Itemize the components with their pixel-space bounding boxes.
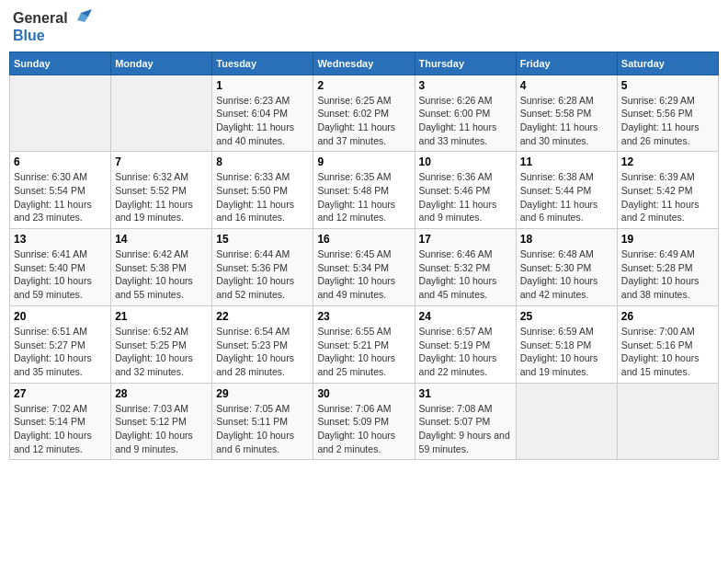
- calendar-cell: 14Sunrise: 6:42 AM Sunset: 5:38 PM Dayli…: [111, 229, 212, 306]
- day-number: 25: [520, 310, 613, 323]
- calendar-cell: 21Sunrise: 6:52 AM Sunset: 5:25 PM Dayli…: [111, 305, 212, 383]
- day-number: 30: [317, 387, 410, 400]
- day-info: Sunrise: 6:41 AM Sunset: 5:40 PM Dayligh…: [14, 247, 107, 302]
- calendar-cell: 29Sunrise: 7:05 AM Sunset: 5:11 PM Dayli…: [212, 383, 313, 460]
- calendar-cell: 23Sunrise: 6:55 AM Sunset: 5:21 PM Dayli…: [313, 305, 415, 383]
- weekday-header: Wednesday: [313, 52, 415, 75]
- calendar-cell: [516, 383, 617, 460]
- day-number: 22: [216, 310, 309, 323]
- day-info: Sunrise: 6:35 AM Sunset: 5:48 PM Dayligh…: [317, 170, 410, 224]
- day-number: 9: [317, 155, 410, 168]
- day-info: Sunrise: 7:02 AM Sunset: 5:14 PM Dayligh…: [14, 402, 107, 456]
- day-info: Sunrise: 6:44 AM Sunset: 5:36 PM Dayligh…: [216, 247, 309, 302]
- day-info: Sunrise: 7:00 AM Sunset: 5:16 PM Dayligh…: [621, 325, 714, 379]
- day-number: 18: [520, 233, 613, 246]
- day-info: Sunrise: 6:29 AM Sunset: 5:56 PM Dayligh…: [621, 94, 714, 148]
- day-number: 20: [14, 310, 107, 323]
- day-info: Sunrise: 6:39 AM Sunset: 5:42 PM Dayligh…: [621, 170, 714, 224]
- calendar-week-row: 6Sunrise: 6:30 AM Sunset: 5:54 PM Daylig…: [10, 152, 719, 229]
- calendar-week-row: 20Sunrise: 6:51 AM Sunset: 5:27 PM Dayli…: [10, 305, 719, 383]
- day-number: 7: [115, 155, 208, 168]
- calendar-cell: [111, 75, 212, 152]
- logo-blue: Blue: [13, 28, 45, 44]
- calendar-cell: 31Sunrise: 7:08 AM Sunset: 5:07 PM Dayli…: [415, 383, 516, 460]
- page-header: General Blue: [9, 9, 719, 44]
- day-info: Sunrise: 6:33 AM Sunset: 5:50 PM Dayligh…: [216, 170, 309, 224]
- day-info: Sunrise: 6:32 AM Sunset: 5:52 PM Dayligh…: [115, 170, 208, 224]
- day-number: 10: [419, 155, 512, 168]
- day-number: 24: [419, 310, 512, 323]
- calendar-cell: 26Sunrise: 7:00 AM Sunset: 5:16 PM Dayli…: [617, 305, 718, 383]
- day-info: Sunrise: 6:28 AM Sunset: 5:58 PM Dayligh…: [520, 94, 613, 148]
- weekday-header: Saturday: [617, 52, 718, 75]
- day-info: Sunrise: 6:54 AM Sunset: 5:23 PM Dayligh…: [216, 325, 309, 379]
- day-number: 5: [621, 79, 714, 92]
- day-info: Sunrise: 6:42 AM Sunset: 5:38 PM Dayligh…: [115, 247, 208, 302]
- calendar-cell: [10, 75, 111, 152]
- day-info: Sunrise: 6:23 AM Sunset: 6:04 PM Dayligh…: [216, 94, 309, 148]
- calendar-table: SundayMondayTuesdayWednesdayThursdayFrid…: [9, 52, 719, 461]
- day-info: Sunrise: 7:03 AM Sunset: 5:12 PM Dayligh…: [115, 402, 208, 456]
- day-number: 28: [115, 387, 208, 400]
- day-info: Sunrise: 7:06 AM Sunset: 5:09 PM Dayligh…: [317, 402, 410, 456]
- day-number: 8: [216, 155, 309, 168]
- day-info: Sunrise: 6:46 AM Sunset: 5:32 PM Dayligh…: [419, 247, 512, 302]
- day-info: Sunrise: 6:30 AM Sunset: 5:54 PM Dayligh…: [14, 170, 107, 224]
- calendar-cell: 1Sunrise: 6:23 AM Sunset: 6:04 PM Daylig…: [212, 75, 313, 152]
- calendar-cell: 24Sunrise: 6:57 AM Sunset: 5:19 PM Dayli…: [415, 305, 516, 383]
- day-number: 6: [14, 155, 107, 168]
- day-number: 19: [621, 233, 714, 246]
- calendar-cell: 5Sunrise: 6:29 AM Sunset: 5:56 PM Daylig…: [617, 75, 718, 152]
- logo: General Blue: [13, 9, 92, 44]
- day-number: 3: [419, 79, 512, 92]
- day-number: 23: [317, 310, 410, 323]
- day-number: 2: [317, 79, 410, 92]
- logo-bird-icon: [70, 9, 92, 28]
- logo-text: General Blue: [13, 9, 92, 44]
- calendar-cell: 19Sunrise: 6:49 AM Sunset: 5:28 PM Dayli…: [617, 229, 718, 306]
- weekday-header: Thursday: [415, 52, 516, 75]
- calendar-cell: 11Sunrise: 6:38 AM Sunset: 5:44 PM Dayli…: [516, 152, 617, 229]
- day-number: 11: [520, 155, 613, 168]
- calendar-cell: 10Sunrise: 6:36 AM Sunset: 5:46 PM Dayli…: [415, 152, 516, 229]
- day-number: 4: [520, 79, 613, 92]
- day-number: 14: [115, 233, 208, 246]
- day-info: Sunrise: 6:52 AM Sunset: 5:25 PM Dayligh…: [115, 325, 208, 379]
- day-number: 31: [419, 387, 512, 400]
- weekday-header: Monday: [111, 52, 212, 75]
- day-number: 15: [216, 233, 309, 246]
- day-number: 1: [216, 79, 309, 92]
- day-info: Sunrise: 6:59 AM Sunset: 5:18 PM Dayligh…: [520, 325, 613, 379]
- calendar-cell: 4Sunrise: 6:28 AM Sunset: 5:58 PM Daylig…: [516, 75, 617, 152]
- calendar-cell: 9Sunrise: 6:35 AM Sunset: 5:48 PM Daylig…: [313, 152, 415, 229]
- day-info: Sunrise: 6:51 AM Sunset: 5:27 PM Dayligh…: [14, 325, 107, 379]
- weekday-header: Sunday: [10, 52, 111, 75]
- calendar-cell: 12Sunrise: 6:39 AM Sunset: 5:42 PM Dayli…: [617, 152, 718, 229]
- calendar-cell: 15Sunrise: 6:44 AM Sunset: 5:36 PM Dayli…: [212, 229, 313, 306]
- calendar-cell: 13Sunrise: 6:41 AM Sunset: 5:40 PM Dayli…: [10, 229, 111, 306]
- calendar-cell: 17Sunrise: 6:46 AM Sunset: 5:32 PM Dayli…: [415, 229, 516, 306]
- day-info: Sunrise: 6:25 AM Sunset: 6:02 PM Dayligh…: [317, 94, 410, 148]
- day-number: 29: [216, 387, 309, 400]
- day-number: 12: [621, 155, 714, 168]
- calendar-cell: 30Sunrise: 7:06 AM Sunset: 5:09 PM Dayli…: [313, 383, 415, 460]
- calendar-cell: 22Sunrise: 6:54 AM Sunset: 5:23 PM Dayli…: [212, 305, 313, 383]
- calendar-cell: 2Sunrise: 6:25 AM Sunset: 6:02 PM Daylig…: [313, 75, 415, 152]
- day-number: 17: [419, 233, 512, 246]
- weekday-header: Tuesday: [212, 52, 313, 75]
- day-info: Sunrise: 6:26 AM Sunset: 6:00 PM Dayligh…: [419, 94, 512, 148]
- day-info: Sunrise: 6:36 AM Sunset: 5:46 PM Dayligh…: [419, 170, 512, 224]
- calendar-cell: 3Sunrise: 6:26 AM Sunset: 6:00 PM Daylig…: [415, 75, 516, 152]
- day-info: Sunrise: 6:49 AM Sunset: 5:28 PM Dayligh…: [621, 247, 714, 302]
- day-info: Sunrise: 6:55 AM Sunset: 5:21 PM Dayligh…: [317, 325, 410, 379]
- day-info: Sunrise: 6:45 AM Sunset: 5:34 PM Dayligh…: [317, 247, 410, 302]
- calendar-cell: 16Sunrise: 6:45 AM Sunset: 5:34 PM Dayli…: [313, 229, 415, 306]
- calendar-week-row: 27Sunrise: 7:02 AM Sunset: 5:14 PM Dayli…: [10, 383, 719, 460]
- calendar-cell: 25Sunrise: 6:59 AM Sunset: 5:18 PM Dayli…: [516, 305, 617, 383]
- day-number: 21: [115, 310, 208, 323]
- weekday-header: Friday: [516, 52, 617, 75]
- calendar-cell: 18Sunrise: 6:48 AM Sunset: 5:30 PM Dayli…: [516, 229, 617, 306]
- calendar-cell: 7Sunrise: 6:32 AM Sunset: 5:52 PM Daylig…: [111, 152, 212, 229]
- calendar-cell: 27Sunrise: 7:02 AM Sunset: 5:14 PM Dayli…: [10, 383, 111, 460]
- day-info: Sunrise: 6:38 AM Sunset: 5:44 PM Dayligh…: [520, 170, 613, 224]
